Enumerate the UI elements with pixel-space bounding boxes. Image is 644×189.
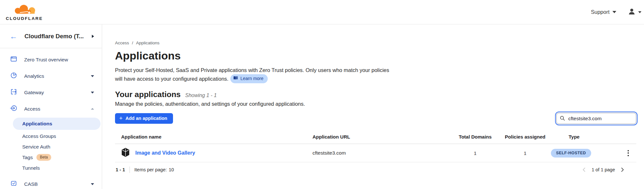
- user-icon: [628, 8, 636, 17]
- column-total-domains: Total Domains: [451, 134, 499, 140]
- sidebar-nav: Zero Trust overview Analytics: [0, 48, 102, 189]
- chevron-down-icon: [612, 11, 616, 13]
- column-application-name: Application name: [115, 134, 312, 140]
- sidebar-item-access[interactable]: Access: [0, 101, 102, 117]
- sidebar-item-label: Tunnels: [22, 165, 40, 171]
- breadcrumb-separator: /: [132, 40, 133, 45]
- support-menu[interactable]: Support: [591, 9, 616, 15]
- sidebar-item-service-auth[interactable]: Service Auth: [0, 141, 102, 152]
- access-login-icon: [10, 104, 17, 113]
- policies-assigned-value: 1: [499, 150, 551, 156]
- plus-icon: +: [119, 115, 123, 121]
- application-name-link[interactable]: Image and Video Gallery: [135, 150, 195, 156]
- sidebar-item-label: Service Auth: [22, 144, 50, 150]
- applications-table: Application name Application URL Total D…: [115, 132, 636, 173]
- search-input[interactable]: [556, 113, 636, 124]
- table-row: Image and Video Gallery cftestsite3.com …: [115, 144, 636, 162]
- column-policies-assigned: Policies assigned: [499, 134, 551, 140]
- table-header-row: Application name Application URL Total D…: [115, 132, 636, 144]
- breadcrumb-access[interactable]: Access: [115, 40, 129, 45]
- sidebar-item-zero-trust-overview[interactable]: Zero Trust overview: [0, 51, 102, 68]
- breadcrumb: Access / Applications: [115, 40, 636, 45]
- pagination: 1 of 1 page: [582, 167, 636, 172]
- items-per-page-value[interactable]: 10: [169, 167, 174, 172]
- column-application-url: Application URL: [312, 134, 451, 140]
- sidebar-item-label: Gateway: [24, 90, 84, 95]
- page-description: Protect your Self-Hosted, SaaS and Priva…: [115, 66, 396, 83]
- back-arrow-icon[interactable]: ←: [10, 32, 17, 40]
- add-application-button[interactable]: + Add an application: [115, 113, 173, 124]
- chevron-right-icon[interactable]: [92, 35, 94, 38]
- next-page-chevron[interactable]: [620, 167, 625, 172]
- sidebar-item-label: Analytics: [24, 73, 84, 79]
- learn-more-button[interactable]: Learn more: [230, 74, 268, 83]
- table-footer: 1 - 1 Items per page: 10 1 of 1 page: [115, 162, 636, 173]
- items-range: 1 - 1: [116, 167, 125, 172]
- breadcrumb-applications: Applications: [136, 40, 159, 45]
- sidebar-item-label: CASB: [24, 181, 84, 187]
- sidebar-item-label: Applications: [22, 121, 52, 127]
- search-icon: [560, 115, 565, 122]
- cloudflare-cloud-icon: [8, 4, 41, 16]
- sidebar-item-tags[interactable]: Tags Beta: [0, 152, 102, 163]
- learn-more-label: Learn more: [240, 75, 264, 82]
- page-indicator: 1 of 1 page: [591, 167, 615, 172]
- sidebar-item-label: Access Groups: [22, 133, 56, 139]
- sidebar-item-label: Tags: [22, 155, 33, 160]
- section-subtext: Manage the policies, authentication, and…: [115, 101, 636, 107]
- support-label: Support: [591, 9, 610, 15]
- sidebar-item-gateway[interactable]: Gateway: [0, 84, 102, 101]
- top-header: CLOUDFLARE Support: [0, 0, 644, 24]
- beta-badge: Beta: [36, 154, 52, 161]
- book-icon: [233, 75, 238, 82]
- account-name: Cloudflare Demo (T...: [24, 33, 85, 40]
- pie-chart-icon: [10, 72, 17, 80]
- overview-window-icon: [10, 55, 17, 64]
- divider: [130, 166, 130, 173]
- chevron-down-icon: [91, 92, 94, 94]
- showing-count: Showing 1 - 1: [185, 93, 217, 98]
- chevron-up-icon: [91, 108, 94, 110]
- search-container: [556, 113, 636, 124]
- user-account-menu[interactable]: [628, 8, 641, 17]
- sidebar-item-analytics[interactable]: Analytics: [0, 68, 102, 84]
- section-heading: Your applications: [115, 90, 181, 99]
- sidebar-item-casb[interactable]: CASB: [0, 176, 102, 189]
- access-subnav: Applications Access Groups Service Auth …: [0, 118, 102, 173]
- type-badge: SELF-HOSTED: [551, 149, 591, 158]
- checkbox-check-icon: [10, 180, 17, 188]
- sidebar-item-label: Access: [24, 106, 84, 112]
- sidebar-item-tunnels[interactable]: Tunnels: [0, 163, 102, 173]
- column-type: Type: [551, 134, 620, 140]
- main-content: Access / Applications Applications Prote…: [102, 24, 644, 189]
- chevron-down-icon: [91, 183, 94, 185]
- sidebar-item-label: Zero Trust overview: [24, 57, 94, 63]
- gateway-icon: [10, 88, 17, 97]
- sidebar-item-access-groups[interactable]: Access Groups: [0, 131, 102, 141]
- sidebar-item-applications[interactable]: Applications: [13, 118, 101, 130]
- page-title: Applications: [115, 50, 636, 62]
- chevron-down-icon: [91, 75, 94, 77]
- cloudflare-wordmark: CLOUDFLARE: [6, 16, 43, 21]
- applications-toolbar: + Add an application: [115, 113, 636, 124]
- app-cube-icon: [121, 148, 130, 158]
- sidebar: ← Cloudflare Demo (T... Zero Trust overv…: [0, 24, 102, 189]
- application-url: cftestsite3.com: [312, 150, 451, 156]
- previous-page-chevron[interactable]: [582, 167, 586, 172]
- account-switcher: ← Cloudflare Demo (T...: [0, 24, 102, 48]
- chevron-down-icon: [638, 11, 641, 13]
- add-application-label: Add an application: [126, 116, 168, 121]
- items-per-page-label: Items per page:: [134, 167, 167, 172]
- row-actions-kebab-menu[interactable]: [620, 149, 636, 158]
- cloudflare-logo[interactable]: CLOUDFLARE: [6, 4, 43, 21]
- total-domains-value: 1: [451, 150, 499, 156]
